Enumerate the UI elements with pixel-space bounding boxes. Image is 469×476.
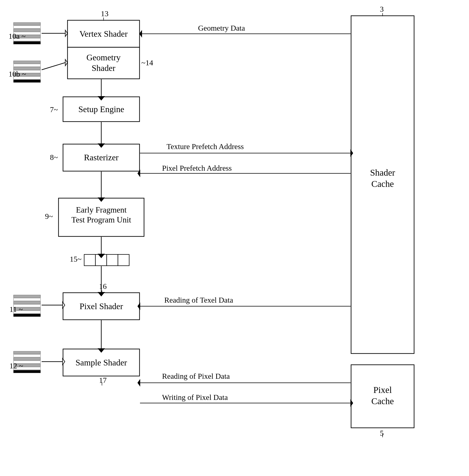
diagram: { "title": "GPU Pipeline Diagram", "node… bbox=[0, 0, 469, 476]
shader-cache-label: Shader bbox=[370, 168, 395, 178]
writing-pixel-label: Writing of Pixel Data bbox=[162, 393, 228, 401]
ref-9: 9~ bbox=[45, 212, 53, 221]
svg-rect-39 bbox=[14, 301, 41, 304]
svg-rect-45 bbox=[14, 354, 41, 357]
svg-rect-29 bbox=[14, 41, 41, 44]
setup-engine-label: Setup Engine bbox=[78, 104, 124, 114]
vertex-shader-label: Vertex Shader bbox=[80, 29, 128, 38]
rasterizer-label: Rasterizer bbox=[84, 153, 119, 162]
ref-14: ~14 bbox=[141, 59, 153, 67]
svg-line-53 bbox=[42, 63, 65, 70]
ref-16: 16 bbox=[99, 282, 107, 290]
pixel-prefetch-label: Pixel Prefetch Address bbox=[162, 164, 232, 172]
svg-rect-24 bbox=[14, 26, 41, 28]
geometry-data-label: Geometry Data bbox=[198, 24, 245, 32]
svg-rect-23 bbox=[14, 22, 41, 25]
svg-rect-31 bbox=[14, 64, 41, 67]
svg-rect-46 bbox=[14, 357, 41, 360]
sample-shader-label: Sample Shader bbox=[75, 358, 127, 367]
diagram-svg: Vertex Shader Geometry Shader ~14 13 Set… bbox=[0, 0, 469, 476]
svg-rect-44 bbox=[14, 351, 41, 354]
ref-5: 5 bbox=[380, 429, 384, 437]
reading-texel-label: Reading of Texel Data bbox=[164, 296, 233, 304]
ref-12: 12 ~ bbox=[9, 362, 23, 370]
svg-rect-30 bbox=[14, 61, 41, 64]
early-fragment-label: Early Fragment bbox=[76, 205, 127, 214]
svg-rect-11 bbox=[107, 255, 118, 266]
ref-3: 3 bbox=[380, 5, 384, 13]
ref-7: 7~ bbox=[50, 105, 58, 114]
texture-prefetch-label: Texture Prefetch Address bbox=[166, 142, 244, 151]
ref-15: 15~ bbox=[70, 255, 81, 263]
svg-text:Cache: Cache bbox=[371, 179, 394, 189]
pixel-shader-label: Pixel Shader bbox=[80, 302, 123, 311]
svg-rect-43 bbox=[14, 314, 41, 317]
svg-text:Geometry: Geometry bbox=[86, 53, 121, 62]
ref-8: 8~ bbox=[50, 153, 58, 161]
svg-rect-1 bbox=[67, 47, 140, 79]
svg-rect-12 bbox=[118, 255, 129, 266]
svg-rect-50 bbox=[14, 370, 41, 373]
svg-text:Cache: Cache bbox=[371, 396, 394, 406]
svg-rect-36 bbox=[14, 80, 41, 82]
svg-text:Shader: Shader bbox=[92, 63, 115, 73]
ref-10a: 10a ~ bbox=[9, 32, 26, 40]
ref-11: 11 ~ bbox=[9, 305, 23, 313]
ref-13: 13 bbox=[101, 9, 109, 18]
ref-10b: 10b ~ bbox=[9, 70, 26, 78]
reading-pixel-label: Reading of Pixel Data bbox=[162, 372, 230, 380]
pixel-cache-label: Pixel bbox=[373, 385, 392, 395]
svg-rect-9 bbox=[84, 255, 96, 266]
ref-17: 17 bbox=[99, 376, 107, 384]
svg-marker-80 bbox=[138, 380, 140, 386]
svg-rect-37 bbox=[14, 295, 41, 298]
svg-text:Test Program Unit: Test Program Unit bbox=[71, 215, 131, 224]
svg-rect-38 bbox=[14, 298, 41, 301]
svg-rect-32 bbox=[14, 67, 41, 70]
svg-rect-25 bbox=[14, 29, 41, 32]
